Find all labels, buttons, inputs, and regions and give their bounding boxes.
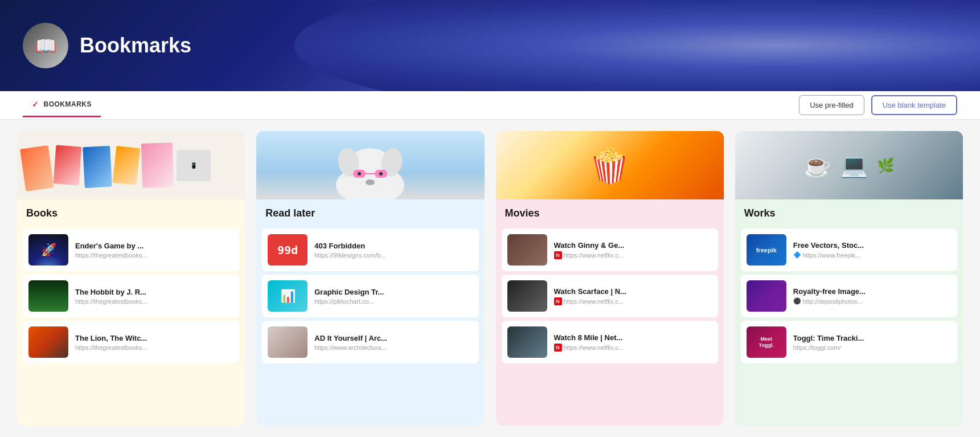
book-decoration-2 bbox=[54, 145, 82, 186]
bookmark-thumbnail-enders: 🚀 bbox=[28, 234, 68, 266]
svg-point-7 bbox=[366, 179, 375, 185]
list-item[interactable]: Royalty-free Image... ⚫ http://depositph… bbox=[741, 275, 957, 317]
bookmark-thumbnail-scarface bbox=[507, 280, 547, 312]
bookmark-name: Ender's Game by ... bbox=[75, 242, 233, 250]
page-title: Bookmarks bbox=[80, 34, 191, 58]
phone-decoration: 📱 bbox=[177, 150, 211, 181]
category-works: ☕💻🌿 Works freepik Free Vectors, Stoc... … bbox=[735, 131, 963, 426]
bookmark-url: https://piktochart.co... bbox=[314, 298, 473, 305]
bookmark-name: The Lion, The Witc... bbox=[75, 334, 233, 342]
book-decoration-4 bbox=[113, 145, 141, 185]
svg-point-8 bbox=[358, 172, 361, 175]
list-item[interactable]: 🚀 Ender's Game by ... https://thegreates… bbox=[23, 228, 239, 271]
bookmark-url: https://99designs.com/b... bbox=[314, 252, 473, 259]
bookmark-info: Free Vectors, Stoc... 🔷 https://www.free… bbox=[793, 241, 952, 259]
list-item[interactable]: The Lion, The Witc... https://thegreates… bbox=[23, 321, 239, 364]
book-decoration-5 bbox=[141, 142, 174, 188]
bookmark-name: Royalty-free Image... bbox=[793, 287, 952, 296]
page-header: 📖 Bookmarks bbox=[0, 0, 980, 91]
works-hero-image: ☕💻🌿 bbox=[735, 131, 963, 199]
bookmark-info: Watch Ginny & Ge... N https://www.netfli… bbox=[554, 241, 712, 259]
bookmark-name: Watch 8 Mile | Net... bbox=[554, 333, 712, 342]
list-item[interactable]: MeetToggl. Toggl: Time Tracki... https:/… bbox=[741, 321, 957, 364]
svg-point-9 bbox=[379, 172, 383, 175]
bookmark-name: Watch Scarface | N... bbox=[554, 287, 712, 296]
bookmark-url: https://toggl.com/ bbox=[793, 344, 952, 351]
bookmark-url-row: N https://www.netflix.c... bbox=[554, 251, 712, 259]
book-decoration-1 bbox=[20, 145, 54, 191]
bookmark-url: https://thegreatestbooks... bbox=[75, 344, 233, 351]
tab-bookmarks[interactable]: ✓ BOOKMARKS bbox=[23, 93, 101, 117]
tab-bookmarks-label: BOOKMARKS bbox=[44, 100, 92, 108]
list-item[interactable]: 99d 403 Forbidden https://99designs.com/… bbox=[262, 228, 478, 271]
read-later-hero-image bbox=[256, 131, 484, 199]
dog-svg bbox=[313, 131, 427, 199]
book-decoration-3 bbox=[83, 145, 112, 187]
avatar: 📖 bbox=[23, 23, 68, 68]
bookmark-name: Toggl: Time Tracki... bbox=[793, 334, 952, 342]
bookmark-thumbnail-99d: 99d bbox=[268, 234, 307, 266]
list-item[interactable]: The Hobbit by J. R... https://thegreates… bbox=[23, 275, 239, 317]
list-item[interactable]: freepik Free Vectors, Stoc... 🔷 https://… bbox=[741, 228, 957, 271]
bookmark-name: The Hobbit by J. R... bbox=[75, 288, 233, 296]
bookmark-url: https://www.netflix.c... bbox=[564, 298, 624, 305]
nav-buttons: Use pre-filled Use blank template bbox=[799, 95, 957, 115]
use-blank-template-button[interactable]: Use blank template bbox=[871, 95, 957, 115]
bookmark-info: Watch Scarface | N... N https://www.netf… bbox=[554, 287, 712, 305]
header-bg-decoration bbox=[294, 0, 980, 91]
bookmark-name: AD It Yourself | Arc... bbox=[314, 334, 473, 342]
bookmark-info: Watch 8 Mile | Net... N https://www.netf… bbox=[554, 333, 712, 352]
category-read-later: Read later 99d 403 Forbidden https://99d… bbox=[256, 131, 484, 426]
bookmark-thumbnail-ginny bbox=[507, 234, 547, 266]
list-item[interactable]: Watch 8 Mile | Net... N https://www.netf… bbox=[502, 321, 718, 364]
bookmark-url-row: ⚫ http://depositphotos... bbox=[793, 297, 952, 305]
bookmark-name: Free Vectors, Stoc... bbox=[793, 241, 952, 250]
list-item[interactable]: Watch Ginny & Ge... N https://www.netfli… bbox=[502, 228, 718, 271]
bookmark-name: Graphic Design Tr... bbox=[314, 288, 473, 296]
bookmark-url-row: 🔷 https://www.freepik... bbox=[793, 251, 952, 259]
books-hero-image: 📱 bbox=[17, 131, 245, 199]
category-books: 📱 Books 🚀 Ender's Game by ... https://th… bbox=[17, 131, 245, 426]
bookmark-thumbnail-narnia bbox=[28, 326, 68, 358]
bookmark-url: https://www.architectura... bbox=[314, 344, 473, 351]
books-title: Books bbox=[17, 199, 245, 225]
bookmark-thumbnail-deposit bbox=[747, 280, 786, 312]
bookmark-name: Watch Ginny & Ge... bbox=[554, 241, 712, 250]
movies-title: Movies bbox=[496, 199, 724, 225]
main-content: 📱 Books 🚀 Ender's Game by ... https://th… bbox=[0, 120, 980, 437]
nav-bar: ✓ BOOKMARKS Use pre-filled Use blank tem… bbox=[0, 91, 980, 120]
movies-hero-image: 🍿 bbox=[496, 131, 724, 199]
bookmark-info: Ender's Game by ... https://thegreatestb… bbox=[75, 242, 233, 259]
list-item[interactable]: Watch Scarface | N... N https://www.netf… bbox=[502, 275, 718, 317]
bookmark-thumbnail-hobbit bbox=[28, 280, 68, 312]
bookmark-thumbnail-8mile bbox=[507, 326, 547, 358]
bookmark-info: Graphic Design Tr... https://piktochart.… bbox=[314, 288, 473, 305]
bookmark-thumbnail-freepik: freepik bbox=[747, 234, 786, 266]
list-item[interactable]: AD It Yourself | Arc... https://www.arch… bbox=[262, 321, 478, 364]
bookmark-url-row: N https://www.netflix.c... bbox=[554, 297, 712, 305]
bookmark-thumbnail-toggl: MeetToggl. bbox=[747, 326, 786, 358]
bookmark-info: The Hobbit by J. R... https://thegreates… bbox=[75, 288, 233, 305]
check-icon: ✓ bbox=[32, 100, 39, 109]
netflix-icon: N bbox=[554, 251, 562, 259]
works-title: Works bbox=[735, 199, 963, 225]
use-prefilled-button[interactable]: Use pre-filled bbox=[799, 95, 864, 115]
bookmark-url: http://depositphotos... bbox=[803, 298, 863, 305]
netflix-icon: N bbox=[554, 297, 562, 305]
bookmark-info: Toggl: Time Tracki... https://toggl.com/ bbox=[793, 334, 952, 351]
bookmark-info: AD It Yourself | Arc... https://www.arch… bbox=[314, 334, 473, 351]
category-movies: 🍿 Movies Watch Ginny & Ge... N https://w… bbox=[496, 131, 724, 426]
read-later-title: Read later bbox=[256, 199, 484, 225]
netflix-icon: N bbox=[554, 344, 562, 352]
bookmark-url-row: N https://www.netflix.c... bbox=[554, 344, 712, 352]
bookmark-thumbnail-arch bbox=[268, 326, 307, 358]
bookmark-info: Royalty-free Image... ⚫ http://depositph… bbox=[793, 287, 952, 305]
bookmark-url: https://www.netflix.c... bbox=[564, 344, 624, 351]
bookmark-name: 403 Forbidden bbox=[314, 242, 473, 250]
bookmark-url: https://www.netflix.c... bbox=[564, 252, 624, 259]
bookmark-url: https://thegreatestbooks... bbox=[75, 252, 233, 259]
list-item[interactable]: 📊 Graphic Design Tr... https://piktochar… bbox=[262, 275, 478, 317]
bookmark-info: The Lion, The Witc... https://thegreates… bbox=[75, 334, 233, 351]
bookmark-info: 403 Forbidden https://99designs.com/b... bbox=[314, 242, 473, 259]
bookmark-url: https://thegreatestbooks... bbox=[75, 298, 233, 305]
